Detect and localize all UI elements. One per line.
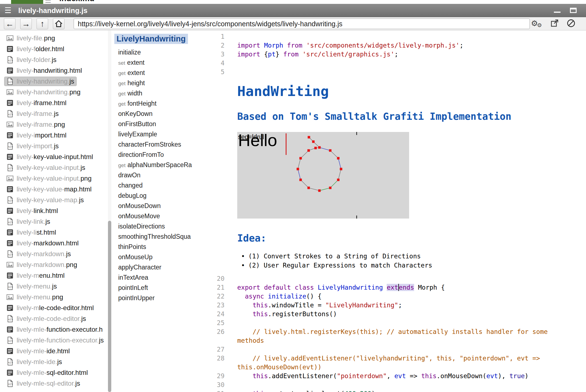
file-item[interactable]: </>lively-handwriting.js	[0, 76, 112, 87]
file-item[interactable]: </>lively-mle-code-editor.js	[0, 313, 112, 324]
file-item[interactable]: lively-file.png	[0, 33, 112, 43]
background-window-strip[interactable]: ☰ index.md	[0, 0, 586, 4]
forward-button[interactable]: →	[20, 18, 32, 29]
file-item[interactable]: lively-markdown.html	[0, 238, 112, 248]
file-item[interactable]: </>lively-mle-function-executor.js	[0, 335, 112, 346]
outline-item[interactable]: drawOn	[112, 170, 204, 180]
html-file-icon	[6, 131, 14, 139]
outline-class-name[interactable]: LivelyHandwriting	[114, 34, 188, 44]
file-item[interactable]: lively-handwriting.html	[0, 65, 112, 76]
file-item[interactable]: </>lively-link.js	[0, 216, 112, 227]
outline-item[interactable]: inTextArea	[112, 272, 204, 283]
code-line[interactable]: import Morph from 'src/components/widget…	[234, 41, 586, 50]
file-item[interactable]: </>lively-key-value-input.js	[0, 162, 112, 173]
file-item[interactable]: lively-link.html	[0, 205, 112, 216]
file-item[interactable]: </>lively-markdown.js	[0, 248, 112, 259]
file-item[interactable]: </>lively-iframe.js	[0, 108, 112, 119]
code-line[interactable]: // lively.addEventListener("livelyhandwr…	[234, 354, 586, 372]
outline-item[interactable]: onMouseDown	[112, 201, 204, 211]
outline-item[interactable]: onFirstButton	[112, 119, 204, 129]
outline-item[interactable]: directionFromTo	[112, 150, 204, 160]
file-item[interactable]: lively-mle-ide.html	[0, 346, 112, 356]
file-item[interactable]: lively-key-value-input.html	[0, 151, 112, 162]
scrollbar-thumb[interactable]	[108, 221, 111, 392]
html-file-icon	[6, 369, 14, 377]
code-line[interactable]	[234, 345, 586, 354]
window-menu-hamburger-icon[interactable]: ☰	[4, 6, 11, 15]
block-button[interactable]	[566, 19, 576, 29]
outline-item[interactable]: getwidth	[112, 88, 204, 98]
outline-item[interactable]: pointInLeft	[112, 283, 204, 293]
md-idea-heading: Idea:	[237, 232, 586, 244]
url-address-input[interactable]	[74, 19, 530, 29]
outline-item[interactable]: pointInUpper	[112, 293, 204, 303]
file-item[interactable]: </>lively-folder.js	[0, 54, 112, 65]
outline-item[interactable]: onKeyDown	[112, 109, 204, 119]
up-button[interactable]: ↑	[37, 18, 48, 29]
code-line[interactable]	[234, 380, 586, 389]
file-item[interactable]: lively-menu.html	[0, 270, 112, 281]
file-item[interactable]: </>lively-import.js	[0, 141, 112, 151]
outline-item[interactable]: getextent	[112, 68, 204, 78]
outline-item[interactable]: smoothingThresholdSqua	[112, 232, 204, 242]
html-file-icon	[6, 207, 14, 215]
file-item[interactable]: </>lively-key-value-map.js	[0, 194, 112, 205]
code-line[interactable]: this.extent = lively.pt(400,200)	[234, 389, 586, 392]
code-line[interactable]	[234, 59, 586, 68]
accessor-prefix: get	[118, 91, 125, 97]
file-item[interactable]: lively-list.html	[0, 227, 112, 238]
code-line[interactable]: async initialize() {	[234, 292, 586, 301]
file-item[interactable]: lively-folder.html	[0, 43, 112, 54]
file-item[interactable]: lively-key-value-input.png	[0, 173, 112, 184]
file-item[interactable]: lively-menu.png	[0, 292, 112, 302]
outline-item[interactable]: characterFromStrokes	[112, 139, 204, 150]
minimize-button[interactable]	[552, 4, 563, 17]
file-item[interactable]: lively-iframe.html	[0, 97, 112, 108]
code-line[interactable]	[234, 274, 586, 283]
file-item[interactable]: </>lively-mle-sql-editor.js	[0, 378, 112, 389]
outline-item[interactable]: getheight	[112, 78, 204, 88]
code-line[interactable]: export default class LivelyHandwriting e…	[234, 283, 586, 292]
outline-item[interactable]: applyCharacter	[112, 262, 204, 272]
file-item[interactable]: </>lively-menu.js	[0, 281, 112, 292]
window-titlebar[interactable]: ☰ lively-handwriting.js	[0, 4, 586, 17]
back-icon: ←	[6, 19, 14, 28]
settings-gears-button[interactable]: ⚙ ⚙	[531, 18, 543, 29]
outline-item[interactable]: onMouseUp	[112, 252, 204, 262]
open-external-button[interactable]	[550, 19, 559, 29]
back-button[interactable]: ←	[4, 18, 16, 29]
code-line[interactable]	[234, 68, 586, 76]
code-line[interactable]: this.addEventListener("pointerdown", evt…	[234, 372, 586, 380]
file-item[interactable]: lively-key-value-map.html	[0, 184, 112, 194]
code-line[interactable]: // lively.html.registerKeys(this); // au…	[234, 327, 586, 345]
file-item[interactable]: lively-handwriting.png	[0, 87, 112, 97]
outline-item[interactable]: changed	[112, 180, 204, 191]
home-button[interactable]	[53, 18, 64, 29]
code-line[interactable]: this.windowTitle = "LivelyHandwriting";	[234, 301, 586, 310]
outline-item[interactable]: getalphaNumberSpaceRa	[112, 160, 204, 170]
outline-item[interactable]: thinPoints	[112, 242, 204, 252]
code-editor[interactable]: 12import Morph from 'src/components/widg…	[204, 30, 586, 392]
outline-item[interactable]: setextent	[112, 58, 204, 68]
outline-item[interactable]: livelyExample	[112, 129, 204, 139]
line-number: 3	[204, 50, 234, 59]
code-line[interactable]: this.registerButtons()	[234, 310, 586, 318]
code-line[interactable]: import {pt} from 'src/client/graphics.js…	[234, 50, 586, 59]
outline-item[interactable]: initialize	[112, 47, 204, 58]
outline-item-label: drawOn	[118, 172, 141, 179]
file-item[interactable]: lively-import.html	[0, 130, 112, 141]
outline-item[interactable]: isolateDirections	[112, 221, 204, 232]
outline-item[interactable]: getfontHeight	[112, 98, 204, 109]
file-item[interactable]: lively-mle-function-executor.h	[0, 324, 112, 335]
file-item[interactable]: </>lively-mle-ide.js	[0, 356, 112, 367]
code-line[interactable]	[234, 318, 586, 327]
file-item[interactable]: lively-mle-code-editor.html	[0, 302, 112, 313]
maximize-button[interactable]	[568, 4, 579, 17]
outline-item[interactable]: onMouseMove	[112, 211, 204, 221]
code-line[interactable]	[234, 32, 586, 41]
outline-item[interactable]: debugLog	[112, 191, 204, 201]
file-item[interactable]: lively-iframe.png	[0, 119, 112, 130]
file-item[interactable]: lively-markdown.png	[0, 259, 112, 270]
js-file-icon: </>	[6, 142, 14, 150]
file-item[interactable]: lively-mle-sql-editor.html	[0, 367, 112, 378]
